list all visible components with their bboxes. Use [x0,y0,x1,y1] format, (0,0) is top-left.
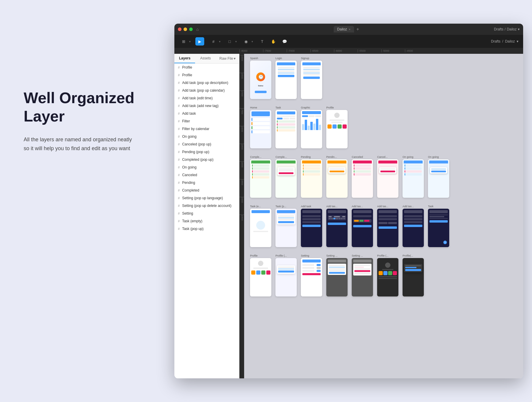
screen-item-ongoing2[interactable]: On going [428,155,449,198]
list-item[interactable]: #Setting (pop up delete account) [174,202,239,210]
list-item[interactable]: #Task (pop up) [174,225,239,233]
text-tool[interactable]: T [258,37,267,46]
new-tab-button[interactable]: + [356,27,359,32]
screen-item-task[interactable]: Task [275,106,297,148]
screen-item-graphic[interactable]: Graphic [301,106,322,148]
tab-close-icon[interactable]: × [349,28,351,31]
screen-item-canceled[interactable]: Canceled [352,155,373,198]
screen-item-profile2[interactable]: Profile [250,254,271,296]
active-tab[interactable]: Dailoz × [334,26,354,33]
screen-frame[interactable] [275,61,297,99]
list-item[interactable]: #Filter [174,117,239,125]
list-item[interactable]: #Task (empty) [174,217,239,225]
list-item[interactable]: #Pending (pop up) [174,148,239,156]
screen-item-home[interactable]: Home [250,106,271,148]
list-item[interactable]: #Add task (pop up description) [174,79,239,87]
tab-layers[interactable]: Layers [174,54,195,63]
screen-item-pending2[interactable]: Pendin... [326,155,348,198]
home-icon[interactable]: ⌂ [196,27,199,32]
screen-frame[interactable] [326,159,348,198]
screen-frame[interactable] [403,258,424,296]
screen-item-add-task[interactable]: Add task [301,205,322,247]
list-item[interactable]: #Pending [174,179,239,187]
screen-item-add-task3[interactable]: Add tas... [352,205,373,247]
screen-frame[interactable] [377,209,398,247]
screen-frame[interactable] [301,159,322,198]
screen-item-task-empty[interactable]: Task (e... [250,205,271,247]
shape-tool[interactable]: □ [225,37,234,46]
tab-assets[interactable]: Assets [195,54,216,63]
close-button[interactable] [178,27,181,31]
screen-frame[interactable]: 🕐 Dailoz [250,61,271,99]
frames-tool[interactable]: ⊞ [179,37,188,46]
screen-item-setting3[interactable]: Setting ... [352,254,373,296]
list-item[interactable]: #Add task [174,110,239,117]
list-item[interactable]: #Completed [174,187,239,194]
pen-chevron[interactable]: ▾ [252,40,253,43]
screen-item-profile4[interactable]: Profile (... [377,254,398,296]
list-item[interactable]: #Profile [174,64,239,71]
list-item[interactable]: #Canceled (pop up) [174,140,239,148]
screen-item-add-task4[interactable]: Add tas... [377,205,398,247]
screen-item-profile3[interactable]: Profile (... [275,254,297,296]
comment-tool[interactable]: 💬 [280,37,289,46]
screen-frame[interactable] [377,258,398,296]
screen-frame[interactable] [250,258,271,296]
screen-frame[interactable] [403,159,424,198]
list-item[interactable]: #Add task (pop up calendar) [174,87,239,94]
chevron-down-icon[interactable]: ▾ [518,27,520,31]
screen-frame[interactable] [301,258,322,296]
screen-frame[interactable] [377,159,398,198]
screen-item-add-task2[interactable]: Add tas... [326,205,348,247]
screen-item-setting2[interactable]: Setting ... [326,254,348,296]
screen-frame[interactable] [428,159,449,198]
list-item[interactable]: #Add task (add new tag) [174,102,239,110]
screen-frame[interactable] [250,110,271,148]
screen-frame[interactable] [352,258,373,296]
list-item[interactable]: #On going [174,163,239,171]
screen-item-completed[interactable]: Comple... [250,155,271,198]
list-item[interactable]: #Filter by calendar [174,125,239,133]
screen-frame[interactable] [275,209,297,247]
screen-item-profile[interactable]: Profile [326,106,348,148]
screen-item-ongoing[interactable]: On going [403,155,424,198]
select-tool[interactable]: ▶ [195,37,204,46]
canvas-area[interactable]: Spaish 🕐 Dailoz Login [244,54,523,378]
screen-item-login[interactable]: Login [275,57,297,99]
screen-frame[interactable] [403,209,424,247]
screen-item-task-popup[interactable]: Task (p... [275,205,297,247]
screen-item-canceled2[interactable]: Cancel... [377,155,398,198]
screen-frame[interactable] [275,258,297,296]
screen-item-profile5[interactable]: Profile(... [403,254,424,296]
list-item[interactable]: #Canceled [174,171,239,179]
list-item[interactable]: #Completed (pop up) [174,156,239,163]
screen-item-add-task5[interactable]: Add tas... [403,205,424,247]
screen-frame[interactable] [275,159,297,198]
screen-frame[interactable] [301,110,322,148]
screen-item-splash[interactable]: Spaish 🕐 Dailoz [250,57,271,99]
pen-tool[interactable]: ◉ [241,37,250,46]
screen-frame[interactable] [352,159,373,198]
screen-frame[interactable] [301,61,322,99]
screen-item-completed2[interactable]: Comple... [275,155,297,198]
screen-frame[interactable]: + [428,209,449,247]
screen-item-setting[interactable]: Setting [301,254,322,296]
list-item[interactable]: #On going [174,133,239,140]
frames-chevron[interactable]: ▾ [189,40,191,43]
frame-tool[interactable]: # [209,37,218,46]
shape-chevron[interactable]: ▾ [235,40,237,43]
screen-item-pending[interactable]: Pending [301,155,322,198]
screen-frame[interactable] [250,159,271,198]
list-item[interactable]: #Add task (edit time) [174,94,239,102]
screen-item-task2[interactable]: Task + [428,205,449,247]
frame-chevron[interactable]: ▾ [219,40,220,43]
hand-tool[interactable]: ✋ [269,37,278,46]
list-item[interactable]: #Setting (pop up language) [174,194,239,202]
raw-file-tab[interactable]: Raw File ▾ [216,54,239,63]
list-item[interactable]: #Setting [174,210,239,217]
maximize-button[interactable] [189,27,193,31]
screen-frame[interactable] [301,209,322,247]
screen-frame[interactable] [326,209,348,247]
screen-frame[interactable] [275,110,297,148]
list-item[interactable]: #Profile [174,71,239,79]
